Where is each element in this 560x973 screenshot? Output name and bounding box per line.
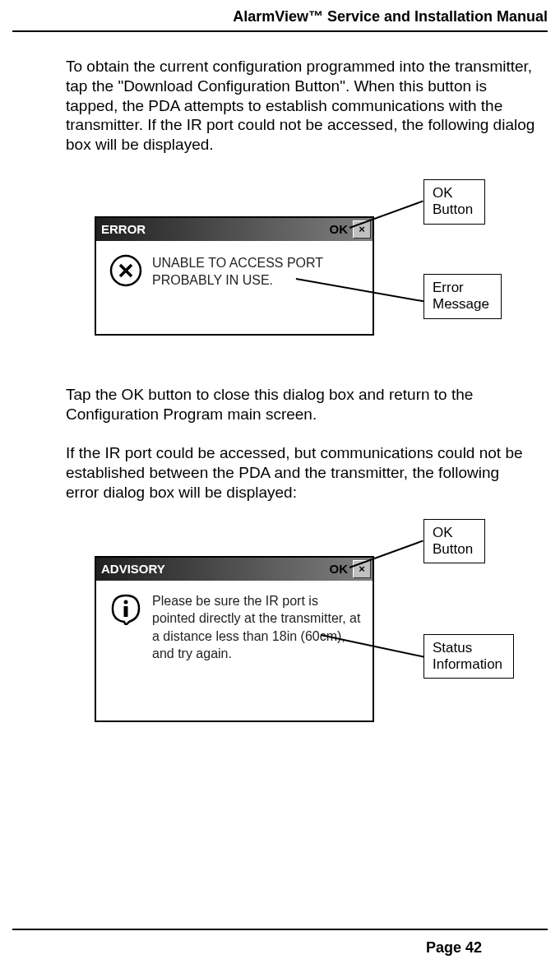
error-icon	[109, 254, 142, 287]
error-dialog: ERROR OK × UNABLE TO ACCESS PORT PROBABL…	[95, 216, 374, 336]
dialog-title: ADVISORY	[101, 562, 165, 576]
ok-button[interactable]: OK	[326, 562, 352, 576]
callout-text: Error Message	[433, 280, 489, 312]
dialog-body: Please be sure the IR port is pointed di…	[96, 581, 373, 674]
ok-button[interactable]: OK	[326, 222, 352, 236]
callout-text: Status Information	[433, 640, 502, 672]
callout-text: OK Button	[433, 185, 473, 217]
advisory-dialog: ADVISORY OK × Please be sure the IR port…	[95, 556, 374, 722]
dialog-titlebar: ADVISORY OK ×	[96, 558, 373, 581]
callout-line	[349, 540, 423, 568]
page-content: To obtain the current configuration prog…	[12, 57, 548, 758]
footer-divider	[12, 929, 548, 930]
callout-error-message: Error Message	[423, 274, 502, 319]
figure-1: ERROR OK × UNABLE TO ACCESS PORT PROBABL…	[66, 179, 535, 368]
paragraph-2: Tap the OK button to close this dialog b…	[66, 385, 535, 424]
callout-ok: OK Button	[423, 519, 485, 564]
callout-ok: OK Button	[423, 179, 485, 225]
figure-2: ADVISORY OK × Please be sure the IR port…	[66, 527, 535, 758]
dialog-titlebar: ERROR OK ×	[96, 218, 373, 241]
page-header: AlarmView™ Service and Installation Manu…	[12, 8, 548, 32]
paragraph-1: To obtain the current configuration prog…	[66, 57, 535, 155]
callout-line	[349, 200, 423, 228]
dialog-title: ERROR	[101, 222, 146, 236]
info-icon	[109, 592, 142, 625]
svg-rect-4	[124, 606, 128, 617]
svg-point-3	[124, 600, 128, 604]
callout-status-info: Status Information	[423, 634, 514, 679]
callout-text: OK Button	[433, 525, 473, 557]
page-number: Page 42	[426, 939, 482, 957]
dialog-body: UNABLE TO ACCESS PORT PROBABLY IN USE.	[96, 241, 373, 303]
advisory-message-text: Please be sure the IR port is pointed di…	[152, 592, 364, 663]
paragraph-3: If the IR port could be accessed, but co…	[66, 443, 535, 502]
